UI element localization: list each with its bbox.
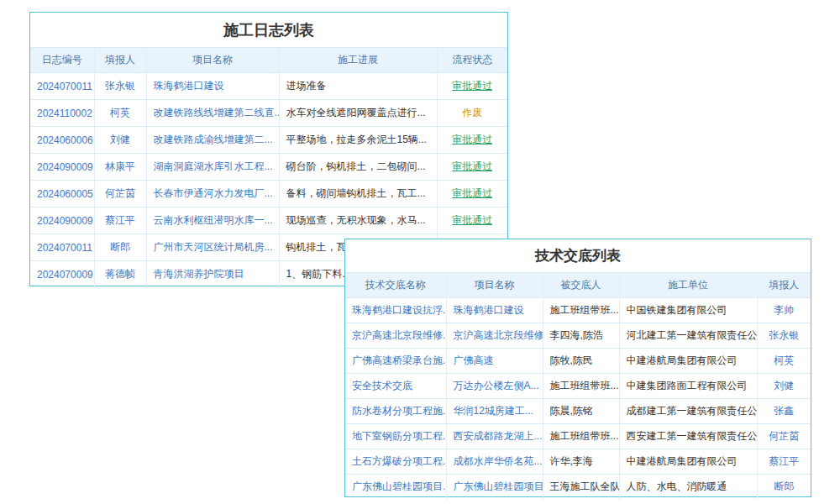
disclosure-project-link[interactable]: 华润12城房建工... [446, 399, 543, 424]
disclosure-unit-text: 西安建工第一建筑有限责任公司 [619, 424, 757, 449]
log-id-link[interactable]: 2024090009 [30, 207, 94, 234]
log-id-link[interactable]: 2024070011 [30, 73, 94, 100]
disclosure-table-row: 京沪高速北京段维修...京沪高速北京段维修李四海,陈浩河北建工第一建筑有限责任公… [345, 323, 811, 349]
tech-disclosure-table: 技术交底名称 项目名称 被交底人 施工单位 填报人 珠海鹤港口建设抗浮...珠海… [345, 272, 811, 500]
disclosure-table-row: 珠海鹤港口建设抗浮...珠海鹤港口建设施工班组带班...中国铁建集团有限公司李帅 [345, 298, 811, 323]
log-project-link[interactable]: 珠海鹤港口建设 [146, 73, 279, 100]
disclosure-project-link[interactable]: 西安成都路龙湖上... [446, 424, 543, 449]
disclosure-briefed-text: 陈牧,陈民 [543, 349, 619, 374]
log-progress-text: 平整场地，拉走多余泥土15辆... [279, 127, 437, 154]
log-reporter-link[interactable]: 刘健 [94, 127, 146, 154]
log-project-link[interactable]: 广州市天河区统计局机房... [146, 234, 279, 261]
log-progress-text: 砌台阶，钩机排土，二包砌间... [279, 154, 437, 181]
tech-disclosure-panel: 技术交底列表 技术交底名称 项目名称 被交底人 施工单位 填报人 珠海鹤港口建设… [344, 239, 811, 497]
disclosure-col-briefed: 被交底人 [543, 273, 619, 298]
disclosure-unit-text: 中建集团路面工程有限公司 [619, 374, 757, 399]
disclosure-project-link[interactable]: 广东佛山碧桂园项目 [446, 475, 543, 500]
log-progress-text: 备料，砌间墙钩机排土，瓦工... [279, 181, 437, 207]
disclosure-table-row: 广佛高速桥梁承台施...广佛高速陈牧,陈民中建港航局集团有限公司柯英 [345, 349, 811, 374]
log-id-link[interactable]: 2024070009 [30, 261, 94, 288]
log-status-link[interactable]: 审批通过 [437, 154, 507, 181]
log-reporter-link[interactable]: 蒋德帧 [94, 261, 146, 288]
disclosure-col-project: 项目名称 [446, 273, 543, 298]
log-reporter-link[interactable]: 断郎 [94, 234, 146, 261]
log-table-row: 2024060005何芷茵长春市伊通河水力发电厂...备料，砌间墙钩机排土，瓦工… [30, 181, 507, 207]
disclosure-name-link[interactable]: 土石方爆破分项工程... [345, 449, 446, 475]
disclosure-table-row: 广东佛山碧桂园项目...广东佛山碧桂园项目王海施工队全队人防、水电、消防暖通断郎 [345, 475, 811, 500]
disclosure-name-link[interactable]: 京沪高速北京段维修... [345, 323, 446, 349]
disclosure-header-row: 技术交底名称 项目名称 被交底人 施工单位 填报人 [345, 273, 811, 298]
log-project-link[interactable]: 长春市伊通河水力发电厂... [146, 181, 279, 207]
disclosure-project-link[interactable]: 万达办公楼左侧A... [446, 374, 543, 399]
log-reporter-link[interactable]: 张永银 [94, 73, 146, 100]
disclosure-reporter-link[interactable]: 李帅 [757, 298, 811, 323]
log-id-link[interactable]: 2024090009 [30, 154, 94, 181]
disclosure-reporter-link[interactable]: 断郎 [757, 475, 811, 500]
disclosure-name-link[interactable]: 防水卷材分项工程施... [345, 399, 446, 424]
disclosure-name-link[interactable]: 安全技术交底 [345, 374, 446, 399]
log-id-link[interactable]: 2024060005 [30, 181, 94, 207]
log-status-link[interactable]: 审批通过 [437, 73, 507, 100]
disclosure-name-link[interactable]: 珠海鹤港口建设抗浮... [345, 298, 446, 323]
log-reporter-link[interactable]: 蔡江平 [94, 207, 146, 234]
disclosure-table-row: 土石方爆破分项工程...成都水岸华侨名苑...许华,李海中建港航局集团有限公司蔡… [345, 449, 811, 475]
disclosure-reporter-link[interactable]: 何芷茵 [757, 424, 811, 449]
disclosure-unit-text: 人防、水电、消防暖通 [619, 475, 757, 500]
log-col-reporter: 填报人 [94, 48, 146, 73]
disclosure-reporter-link[interactable]: 柯英 [757, 349, 811, 374]
disclosure-project-link[interactable]: 广佛高速 [446, 349, 543, 374]
log-col-id: 日志编号 [30, 48, 94, 73]
disclosure-reporter-link[interactable]: 张永银 [757, 323, 811, 349]
construction-log-title: 施工日志列表 [30, 13, 507, 47]
log-table-row: 2024090009林康平湖南洞庭湖水库引水工程...砌台阶，钩机排土，二包砌间… [30, 154, 507, 181]
tech-disclosure-title: 技术交底列表 [345, 239, 811, 272]
disclosure-unit-text: 中建港航局集团有限公司 [619, 449, 757, 475]
log-id-link[interactable]: 2024110002 [30, 100, 94, 127]
log-project-link[interactable]: 云南水利枢纽潜明水库一... [146, 207, 279, 234]
disclosure-briefed-text: 王海施工队全队 [543, 475, 619, 500]
disclosure-reporter-link[interactable]: 张鑫 [757, 399, 811, 424]
disclosure-col-unit: 施工单位 [619, 273, 757, 298]
log-status-link[interactable]: 审批通过 [437, 127, 507, 154]
disclosure-project-link[interactable]: 珠海鹤港口建设 [446, 298, 543, 323]
log-status-link[interactable]: 作废 [437, 100, 507, 127]
disclosure-briefed-text: 李四海,陈浩 [543, 323, 619, 349]
log-progress-text: 进场准备 [279, 73, 437, 100]
log-status-link[interactable]: 审批通过 [437, 181, 507, 207]
log-status-link[interactable]: 审批通过 [437, 207, 507, 234]
disclosure-name-link[interactable]: 广佛高速桥梁承台施... [345, 349, 446, 374]
disclosure-reporter-link[interactable]: 蔡江平 [757, 449, 811, 475]
log-table-row: 2024090009蔡江平云南水利枢纽潜明水库一...现场巡查，无积水现象，水马… [30, 207, 507, 234]
log-reporter-link[interactable]: 林康平 [94, 154, 146, 181]
disclosure-unit-text: 中国铁建集团有限公司 [619, 298, 757, 323]
log-progress-text: 现场巡查，无积水现象，水马... [279, 207, 437, 234]
log-id-link[interactable]: 2024070011 [30, 234, 94, 261]
log-project-link[interactable]: 青海洪湖养护院项目 [146, 261, 279, 288]
disclosure-briefed-text: 许华,李海 [543, 449, 619, 475]
disclosure-table-row: 地下室钢筋分项工程...西安成都路龙湖上...施工班组带班...西安建工第一建筑… [345, 424, 811, 449]
disclosure-reporter-link[interactable]: 刘健 [757, 374, 811, 399]
disclosure-unit-text: 中建港航局集团有限公司 [619, 349, 757, 374]
disclosure-name-link[interactable]: 广东佛山碧桂园项目... [345, 475, 446, 500]
log-project-link[interactable]: 湖南洞庭湖水库引水工程... [146, 154, 279, 181]
log-progress-text: 水车对全线遮阳网覆盖点进行... [279, 100, 437, 127]
disclosure-name-link[interactable]: 地下室钢筋分项工程... [345, 424, 446, 449]
log-col-progress: 施工进展 [279, 48, 437, 73]
log-reporter-link[interactable]: 柯英 [94, 100, 146, 127]
log-table-row: 2024060006刘健改建铁路成渝线增建第二...平整场地，拉走多余泥土15辆… [30, 127, 507, 154]
disclosure-unit-text: 成都建工第一建筑有限责任公司 [619, 399, 757, 424]
log-id-link[interactable]: 2024060006 [30, 127, 94, 154]
log-table-row: 2024110002柯英改建铁路线线增建第二线直...水车对全线遮阳网覆盖点进行… [30, 100, 507, 127]
disclosure-col-name: 技术交底名称 [345, 273, 446, 298]
log-col-status: 流程状态 [437, 48, 507, 73]
log-project-link[interactable]: 改建铁路线线增建第二线直... [146, 100, 279, 127]
log-reporter-link[interactable]: 何芷茵 [94, 181, 146, 207]
disclosure-project-link[interactable]: 京沪高速北京段维修 [446, 323, 543, 349]
disclosure-briefed-text: 陈晨,陈铭 [543, 399, 619, 424]
log-project-link[interactable]: 改建铁路成渝线增建第二... [146, 127, 279, 154]
disclosure-unit-text: 河北建工第一建筑有限责任公司 [619, 323, 757, 349]
disclosure-table-row: 防水卷材分项工程施...华润12城房建工...陈晨,陈铭成都建工第一建筑有限责任… [345, 399, 811, 424]
disclosure-project-link[interactable]: 成都水岸华侨名苑... [446, 449, 543, 475]
log-col-project: 项目名称 [146, 48, 279, 73]
log-table-row: 2024070011张永银珠海鹤港口建设进场准备审批通过 [30, 73, 507, 100]
